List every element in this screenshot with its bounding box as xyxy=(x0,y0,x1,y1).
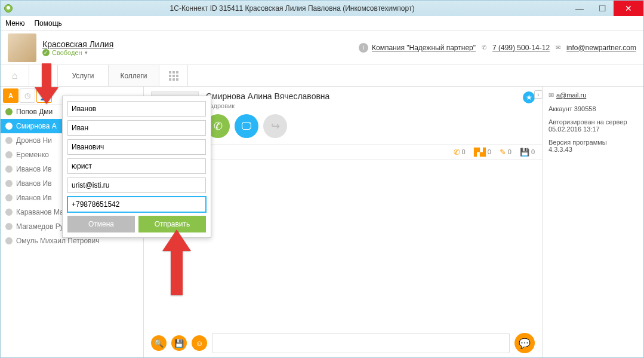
contact-name: Иванов Ив xyxy=(16,179,52,188)
message-input[interactable] xyxy=(212,333,510,353)
info-icon: i xyxy=(359,43,368,53)
company-phone[interactable]: 7 (499) 500-14-12 xyxy=(492,44,550,52)
remote-stat-icon: ▛▟ xyxy=(474,148,486,157)
contact-name: Омуль Михаил Петрович xyxy=(16,237,99,245)
contact-name: Иванов Ив xyxy=(16,194,52,202)
tabs: ⌂ Услуги Коллеги xyxy=(1,65,643,87)
phone-icon: ✆ xyxy=(479,43,489,53)
sort-az-button[interactable]: А xyxy=(3,88,19,103)
right-email[interactable]: a@mail.ru xyxy=(556,91,586,99)
file-count: 0 xyxy=(531,148,535,155)
home-icon: ⌂ xyxy=(12,71,18,81)
annotation-arrow-2 xyxy=(162,230,191,295)
status-dot-icon xyxy=(5,166,13,173)
contact-name: Дронов Ни xyxy=(16,136,52,145)
auth-date: 05.02.2016 13:17 xyxy=(549,126,637,133)
save-button[interactable]: 💾 xyxy=(171,335,187,351)
userbar: Красовская Лилия Свободен ▾ i Компания "… xyxy=(1,30,643,65)
emoji-button[interactable]: ☺ xyxy=(192,335,207,351)
firstname-field[interactable] xyxy=(67,120,206,136)
file-stat-icon: 💾 xyxy=(520,148,529,157)
recent-button[interactable]: ◷ xyxy=(20,88,35,103)
version-label: Версия программы xyxy=(549,139,637,146)
right-panel: ‹ ✉a@mail.ru Аккаунт 390558 Авторизирова… xyxy=(542,87,643,357)
forward-button[interactable]: ↪ xyxy=(263,114,287,138)
svg-marker-1 xyxy=(162,230,191,295)
account-label: Аккаунт 390558 xyxy=(549,105,637,112)
annotation-arrow-1 xyxy=(35,63,58,105)
contact-name: Иванов Ив xyxy=(16,165,52,173)
cancel-button[interactable]: Отмена xyxy=(67,216,135,232)
maximize-button[interactable]: ☐ xyxy=(591,1,614,16)
lastname-field[interactable] xyxy=(67,101,206,117)
status-dot-icon xyxy=(5,223,13,230)
version-value: 4.3.3.43 xyxy=(549,146,637,153)
ticket-stat-icon: ✎ xyxy=(500,148,506,157)
menu-menu[interactable]: Меню xyxy=(5,19,24,27)
company-email[interactable]: info@newpartner.com xyxy=(566,44,636,52)
disk-icon: 💾 xyxy=(174,339,184,348)
remote-button[interactable]: 🖵 xyxy=(235,114,258,138)
role-field[interactable] xyxy=(67,158,206,174)
send-button[interactable]: 💬 xyxy=(514,333,535,353)
tab-home[interactable]: ⌂ xyxy=(1,65,29,86)
contact-name: Еременко xyxy=(16,151,49,159)
menu-help[interactable]: Помощь xyxy=(34,19,61,27)
minimize-button[interactable]: — xyxy=(568,1,591,16)
status-icon xyxy=(42,49,50,56)
status-dot-icon xyxy=(5,237,13,244)
status-label: Свободен xyxy=(52,49,82,56)
phone-field[interactable] xyxy=(67,197,206,212)
tab-colleagues[interactable]: Коллеги xyxy=(109,65,159,86)
forward-icon: ↪ xyxy=(271,120,280,133)
status-dot-icon xyxy=(5,137,13,144)
app-icon xyxy=(4,4,13,13)
remote-count: 0 xyxy=(488,148,491,155)
auth-label: Авторизирован на сервер xyxy=(549,118,637,126)
user-status[interactable]: Свободен ▾ xyxy=(42,49,113,56)
expand-panel-button[interactable]: ‹ xyxy=(534,90,543,99)
status-dot-icon xyxy=(5,194,13,201)
contact-name: Смирнова А xyxy=(16,122,57,130)
middlename-field[interactable] xyxy=(67,139,206,155)
clock-icon: ◷ xyxy=(24,91,30,100)
status-dot-icon xyxy=(5,180,13,187)
call-stat-icon: ✆ xyxy=(454,148,460,157)
chat-icon: 💬 xyxy=(519,338,531,349)
contact-name: Попов Дми xyxy=(16,108,53,116)
status-dot-icon xyxy=(5,151,13,158)
phone-icon: ✆ xyxy=(214,120,223,133)
titlebar: 1С-Коннект ID 315411 Красовская Лилия Па… xyxy=(1,1,643,16)
svg-marker-0 xyxy=(35,63,58,104)
smile-icon: ☺ xyxy=(195,339,203,348)
email-field[interactable] xyxy=(67,178,206,193)
company-link[interactable]: Компания "Надежный партнер" xyxy=(372,44,476,52)
window-title: 1С-Коннект ID 315411 Красовская Лилия Па… xyxy=(16,4,568,13)
monitor-icon: 🖵 xyxy=(241,120,252,133)
menubar: Меню Помощь xyxy=(1,16,643,30)
status-dot-icon xyxy=(5,123,13,130)
tab-services[interactable]: Услуги xyxy=(58,65,109,86)
close-button[interactable]: ✕ xyxy=(614,1,643,16)
ticket-count: 0 xyxy=(508,148,511,155)
mail-icon: ✉ xyxy=(549,91,554,99)
add-contact-popup: Отмена Отправить xyxy=(62,96,211,238)
status-dot-icon xyxy=(5,209,13,216)
search-icon: 🔍 xyxy=(154,339,164,348)
tab-grid[interactable] xyxy=(159,65,188,86)
status-dot-icon xyxy=(5,108,13,115)
avatar xyxy=(8,33,36,62)
grid-icon xyxy=(169,71,178,81)
contact-role: Кадровик xyxy=(206,102,516,109)
favorite-button[interactable]: ★ xyxy=(523,91,535,103)
user-name[interactable]: Красовская Лилия xyxy=(42,39,113,49)
contact-name: Смирнова Алина Вячеславовна xyxy=(206,91,516,101)
search-button[interactable]: 🔍 xyxy=(151,335,167,351)
call-count: 0 xyxy=(462,148,466,155)
mail-icon: ✉ xyxy=(553,43,563,53)
chevron-down-icon: ▾ xyxy=(85,50,88,56)
